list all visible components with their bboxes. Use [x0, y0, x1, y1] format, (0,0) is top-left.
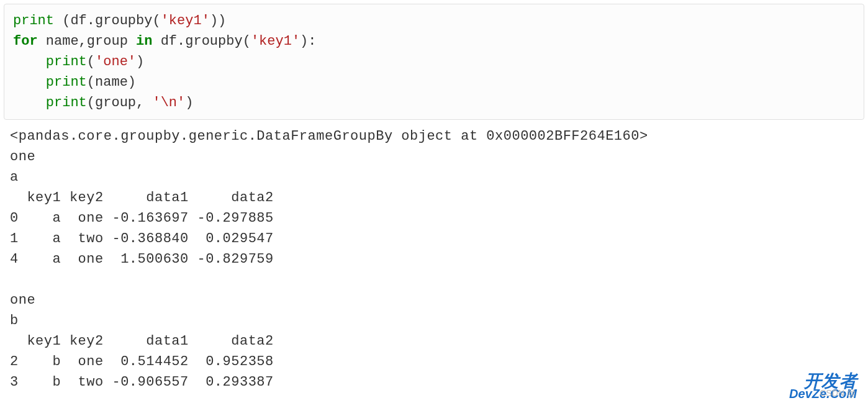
- code-text: name,group: [38, 34, 136, 49]
- keyword-print: print: [13, 13, 54, 29]
- string-literal: 'key1': [161, 13, 210, 29]
- indent: [13, 54, 46, 70]
- keyword-print: print: [46, 95, 87, 111]
- keyword-print: print: [46, 54, 87, 70]
- code-text: (: [87, 54, 95, 70]
- string-literal: 'key1': [251, 34, 300, 49]
- code-line-1: print (df.groupby('key1')): [13, 11, 855, 31]
- code-text: ):: [300, 34, 316, 49]
- code-line-2: for name,group in df.groupby('key1'):: [13, 31, 855, 52]
- code-text: ): [185, 95, 193, 111]
- indent: [13, 75, 46, 90]
- code-line-3: print('one'): [13, 52, 855, 72]
- string-literal: 'one': [95, 54, 136, 70]
- keyword-print: print: [46, 75, 87, 90]
- code-text: ): [136, 54, 144, 70]
- code-line-5: print(group, '\n'): [13, 93, 855, 113]
- indent: [13, 95, 46, 111]
- watermark-csdn: CSDN @: [820, 387, 856, 400]
- code-line-4: print(name): [13, 72, 855, 93]
- output-block: <pandas.core.groupby.generic.DataFrameGr…: [0, 126, 868, 392]
- code-text: (group,: [87, 95, 153, 111]
- code-text: (name): [87, 75, 136, 90]
- code-text: df.groupby(: [152, 34, 250, 49]
- code-text: )): [210, 13, 226, 29]
- keyword-for: for: [13, 34, 38, 49]
- code-text: (df.groupby(: [54, 13, 161, 29]
- keyword-in: in: [136, 34, 152, 49]
- string-literal: '\n': [152, 95, 185, 111]
- code-block: print (df.groupby('key1')) for name,grou…: [4, 4, 864, 120]
